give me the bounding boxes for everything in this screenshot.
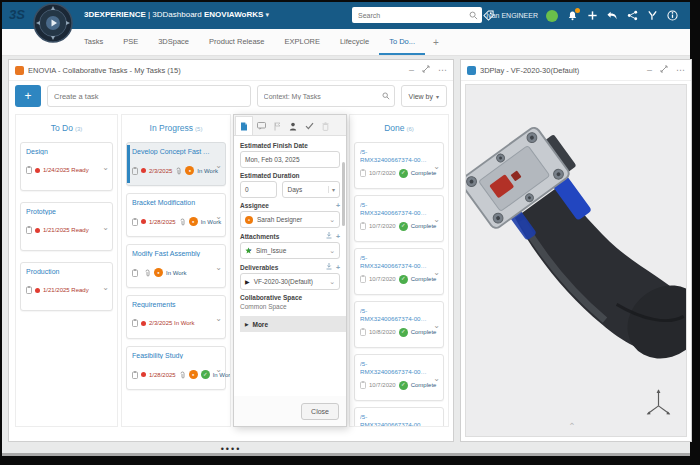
task-title[interactable]: Modify Fast Assembly (132, 250, 220, 257)
reply-icon[interactable] (606, 10, 618, 22)
trash-tab[interactable] (317, 117, 333, 135)
task-card[interactable]: Feasibility Study 1/28/2025 In Work (126, 346, 226, 390)
chevron-down-icon[interactable] (102, 284, 109, 292)
tools-icon[interactable] (646, 10, 658, 22)
minimize-icon[interactable] (409, 66, 414, 75)
task-title[interactable]: Requirements (132, 301, 220, 308)
view-by-button[interactable]: View by (401, 85, 447, 107)
task-card[interactable]: Prototype 1/21/2025 Ready (20, 202, 113, 251)
expand-icon[interactable] (422, 65, 430, 75)
task-card[interactable]: Design 1/24/2025 Ready (20, 142, 113, 191)
chevron-down-icon[interactable] (329, 216, 335, 224)
dashboard-tab[interactable]: EXPLORE (275, 29, 330, 55)
more-expander[interactable]: More (240, 316, 346, 332)
task-title[interactable]: Design (26, 148, 107, 155)
platform-brand[interactable]: 3DEXPERIENCE | 3DDashboard ENOVIAWoRKS ▾ (84, 10, 269, 19)
dashboard-tab[interactable]: Lifecycle (330, 29, 379, 55)
chevron-down-icon[interactable] (102, 224, 109, 232)
add-deliverable-icon[interactable]: + (336, 264, 340, 271)
download-icon[interactable] (326, 232, 332, 240)
dashboard-tab[interactable]: Product Release (199, 29, 274, 55)
dashboard-tab[interactable]: PSE (113, 29, 148, 55)
dashboard-tab[interactable]: Tasks (74, 29, 113, 55)
info-icon[interactable] (666, 10, 678, 22)
task-card[interactable]: Modify Fast Assembly In Work (126, 244, 226, 288)
check-tab[interactable] (301, 117, 317, 135)
user-name[interactable]: Ivan ENGINEER (486, 12, 538, 19)
more-options-icon[interactable] (676, 66, 685, 75)
task-title[interactable]: /5- RMX32400667374-000621... (360, 148, 438, 165)
task-card[interactable]: Requirements 2/3/2025 In Work (126, 295, 226, 339)
chevron-down-icon (436, 93, 439, 100)
task-card[interactable]: /5- RMX32400667374-000623... 10/7/2020 C… (354, 248, 444, 295)
task-card[interactable]: /5- RMX32400667374-000633... 10/8/2020 C… (354, 301, 444, 348)
task-detail-panel: Estimated Finish Date Mon, Feb 03, 2025 … (233, 114, 347, 427)
add-icon[interactable] (586, 10, 598, 22)
search-icon[interactable] (469, 11, 478, 20)
chevron-down-icon[interactable] (433, 322, 440, 330)
task-card[interactable]: Develop Concept Fast Assembly 2/3/2025 (126, 142, 226, 186)
bell-icon[interactable] (566, 10, 578, 22)
minimize-icon[interactable] (647, 66, 652, 75)
document-tab[interactable] (235, 116, 253, 135)
task-title[interactable]: /5- RMX32400667374-000641... (360, 413, 438, 427)
chevron-down-icon[interactable] (329, 278, 335, 286)
chevron-down-icon[interactable] (215, 162, 222, 170)
chevron-down-icon[interactable] (433, 269, 440, 277)
chevron-down-icon[interactable] (215, 315, 222, 323)
task-card[interactable]: Bracket Modification 1/28/2025 In W (126, 193, 226, 237)
3d-viewport[interactable]: ⌃ (465, 84, 687, 437)
chevron-down-icon[interactable] (215, 264, 222, 272)
chevron-down-icon[interactable] (215, 366, 222, 374)
search-icon[interactable] (382, 92, 390, 100)
task-card[interactable]: /5- RMX32400667374-000627... 10/7/2020 C… (354, 354, 444, 401)
chevron-down-icon[interactable] (433, 163, 440, 171)
task-card[interactable]: Production 1/21/2025 Ready (20, 262, 113, 311)
attachment-field[interactable]: Sim_Issue (240, 242, 340, 259)
flag-tab[interactable] (269, 117, 285, 135)
download-icon[interactable] (326, 263, 332, 271)
add-assignee-icon[interactable]: + (336, 202, 340, 209)
finish-date-field[interactable]: Mon, Feb 03, 2025 (240, 151, 340, 168)
add-attachment-icon[interactable]: + (336, 233, 340, 240)
context-filter-input[interactable] (262, 92, 382, 101)
task-title[interactable]: Bracket Modification (132, 199, 220, 206)
add-tab-button[interactable] (425, 29, 447, 55)
task-card[interactable]: /5- RMX32400667374-000647... 10/7/2020 C… (354, 195, 444, 242)
comment-tab[interactable] (253, 117, 269, 135)
expand-icon[interactable] (660, 65, 668, 75)
close-button[interactable]: Close (301, 403, 339, 420)
board-pagination-dots[interactable]: •••• (8, 445, 454, 454)
chevron-down-icon[interactable] (215, 213, 222, 221)
user-avatar[interactable] (546, 10, 558, 22)
chevron-down-icon[interactable] (329, 247, 335, 255)
task-title[interactable]: Develop Concept Fast Assembly (132, 148, 220, 155)
dashboard-tab[interactable]: 3DSpace (148, 29, 199, 55)
assignee-field[interactable]: Sarah Designer (240, 211, 340, 228)
task-card[interactable]: /5- RMX32400667374-000621... 10/7/2020 C… (354, 142, 444, 189)
more-options-icon[interactable] (438, 66, 447, 75)
task-title[interactable]: Prototype (26, 208, 107, 215)
deliverable-field[interactable]: VF-2020-30(Default) (240, 273, 340, 290)
add-task-button[interactable] (15, 85, 41, 107)
detail-scrollbar[interactable] (342, 162, 345, 226)
chevron-down-icon[interactable] (433, 216, 440, 224)
3dexperience-compass[interactable] (32, 2, 74, 44)
task-title[interactable]: /5- RMX32400667374-000633... (360, 307, 438, 324)
task-title[interactable]: Production (26, 268, 107, 275)
task-title[interactable]: /5- RMX32400667374-000627... (360, 360, 438, 377)
task-title[interactable]: /5- RMX32400667374-000647... (360, 201, 438, 218)
dashboard-tab[interactable]: To Do... (379, 29, 425, 55)
chevron-down-icon[interactable] (102, 164, 109, 172)
global-search-input[interactable] (356, 11, 469, 20)
task-title[interactable]: Feasibility Study (132, 352, 220, 359)
duration-value-field[interactable]: 0 (240, 181, 277, 198)
chevron-down-icon[interactable] (433, 375, 440, 383)
assignee-tab[interactable] (285, 117, 301, 135)
duration-unit-select[interactable]: Days (282, 181, 340, 198)
create-task-input[interactable] (47, 85, 251, 107)
share-icon[interactable] (626, 10, 638, 22)
task-title[interactable]: /5- RMX32400667374-000623... (360, 254, 438, 271)
task-date: 1/21/2025 Ready (43, 227, 89, 233)
task-card[interactable]: /5- RMX32400667374-000641... 10/7/2020 C… (354, 407, 444, 427)
